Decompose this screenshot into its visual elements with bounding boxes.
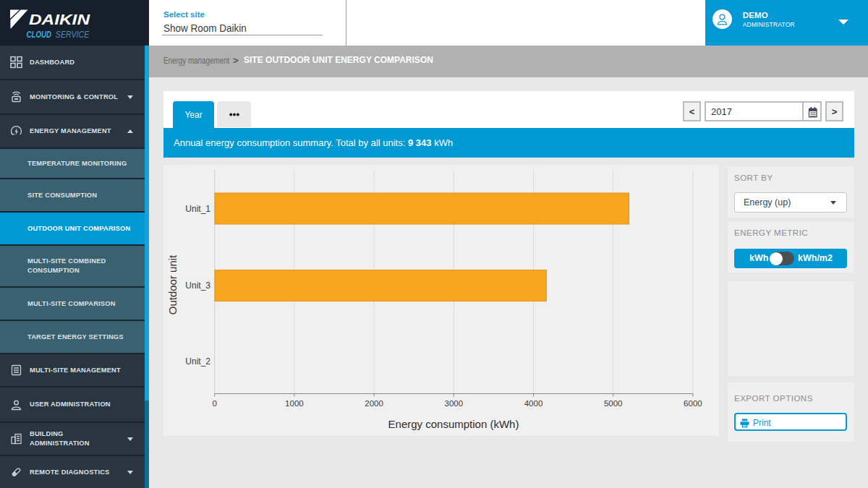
svg-text:DAIKIN: DAIKIN (29, 12, 90, 27)
svg-text:2000: 2000 (365, 399, 383, 408)
svg-text:Unit_1: Unit_1 (185, 204, 210, 214)
svg-text:3000: 3000 (445, 399, 464, 408)
svg-text:Outdoor unit: Outdoor unit (166, 254, 179, 314)
svg-text:Unit_2: Unit_2 (185, 356, 210, 367)
svg-text:5000: 5000 (604, 399, 623, 408)
svg-text:6000: 6000 (684, 399, 702, 408)
svg-text:SERVICE: SERVICE (56, 30, 90, 40)
svg-text:1000: 1000 (285, 399, 304, 408)
svg-text:Energy consumption (kWh): Energy consumption (kWh) (388, 418, 519, 430)
svg-text:4000: 4000 (524, 399, 543, 408)
svg-text:0: 0 (212, 399, 216, 408)
svg-text:Unit_3: Unit_3 (185, 281, 210, 291)
svg-text:CLOUD: CLOUD (27, 30, 52, 40)
